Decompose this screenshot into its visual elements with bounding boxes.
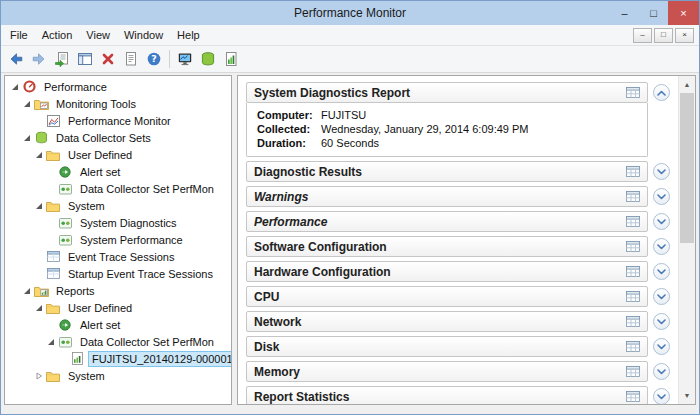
expander-icon[interactable] xyxy=(21,287,33,295)
system-monitor-icon[interactable] xyxy=(174,48,196,70)
section-menu-icon[interactable] xyxy=(626,87,640,98)
section-menu-icon[interactable] xyxy=(626,191,640,202)
section-toggle-button[interactable] xyxy=(653,388,670,404)
back-icon[interactable] xyxy=(5,48,27,70)
tree-item-label: System Performance xyxy=(76,232,187,248)
tree-item-alert-set[interactable]: Alert set xyxy=(5,316,231,333)
tree-item-data-collector-set-perfmon[interactable]: Data Collector Set PerfMon xyxy=(5,333,231,350)
section-header-row: System Diagnostics Report xyxy=(246,82,670,103)
expander-icon[interactable] xyxy=(45,338,57,346)
tree-item-startup-event-trace-sessions[interactable]: Startup Event Trace Sessions xyxy=(5,265,231,282)
section-toggle-button[interactable] xyxy=(653,84,670,101)
section-toggle-button[interactable] xyxy=(653,288,670,305)
expander-icon[interactable] xyxy=(33,151,45,159)
section-toggle-button[interactable] xyxy=(653,213,670,230)
latest-report-icon[interactable] xyxy=(220,48,242,70)
minimize-button[interactable]: – xyxy=(610,1,639,25)
scrollbar-thumb[interactable] xyxy=(680,93,694,243)
expander-icon[interactable] xyxy=(33,372,45,380)
sessions-icon xyxy=(45,250,61,264)
tree-item-performance[interactable]: Performance xyxy=(5,78,231,95)
menu-view[interactable]: View xyxy=(79,27,117,43)
section-menu-icon[interactable] xyxy=(626,216,640,227)
section-toggle-button[interactable] xyxy=(653,238,670,255)
properties-icon[interactable] xyxy=(120,48,142,70)
export-list-icon[interactable] xyxy=(51,48,73,70)
section-menu-icon[interactable] xyxy=(626,291,640,302)
section-menu-icon[interactable] xyxy=(626,241,640,252)
section-header[interactable]: Network xyxy=(246,311,648,332)
section-toggle-button[interactable] xyxy=(653,163,670,180)
tree-item-system-performance[interactable]: System Performance xyxy=(5,231,231,248)
tree-item-data-collector-set-perfmon[interactable]: Data Collector Set PerfMon xyxy=(5,180,231,197)
tree-item-monitoring-tools[interactable]: Monitoring Tools xyxy=(5,95,231,112)
tree-item-fujitsu-20140129-000001[interactable]: FUJITSU_20140129-000001 xyxy=(5,350,231,367)
section-menu-icon[interactable] xyxy=(626,316,640,327)
tree-item-system[interactable]: System xyxy=(5,367,231,384)
section-header[interactable]: Hardware Configuration xyxy=(246,261,648,282)
mdi-restore-button[interactable]: □ xyxy=(654,28,673,43)
section-header[interactable]: System Diagnostics Report xyxy=(246,82,648,103)
menu-file[interactable]: File xyxy=(3,27,35,43)
expander-icon[interactable] xyxy=(21,100,33,108)
section-header[interactable]: Software Configuration xyxy=(246,236,648,257)
section-menu-icon[interactable] xyxy=(626,266,640,277)
tree-item-reports[interactable]: Reports xyxy=(5,282,231,299)
tree-item-system-diagnostics[interactable]: System Diagnostics xyxy=(5,214,231,231)
menu-action[interactable]: Action xyxy=(35,27,80,43)
section-menu-icon[interactable] xyxy=(626,341,640,352)
section-menu-icon[interactable] xyxy=(626,166,640,177)
tree-item-event-trace-sessions[interactable]: Event Trace Sessions xyxy=(5,248,231,265)
section-header[interactable]: CPU xyxy=(246,286,648,307)
data-collector-set-icon[interactable] xyxy=(197,48,219,70)
section-menu-icon[interactable] xyxy=(626,366,640,377)
tree-item-user-defined[interactable]: User Defined xyxy=(5,146,231,163)
section-header[interactable]: Disk xyxy=(246,336,648,357)
section-title: Memory xyxy=(254,365,620,379)
field-label: Collected: xyxy=(257,122,321,136)
close-button[interactable]: × xyxy=(668,1,699,25)
scroll-up-button[interactable]: ▲ xyxy=(679,76,695,93)
section-toggle-button[interactable] xyxy=(653,313,670,330)
delete-icon[interactable] xyxy=(97,48,119,70)
section-toggle-button[interactable] xyxy=(653,263,670,280)
section-header-row: Network xyxy=(246,311,670,332)
section-header[interactable]: Report Statistics xyxy=(246,386,648,404)
main-split: PerformanceMonitoring ToolsPerformance M… xyxy=(1,73,699,405)
tree-item-system[interactable]: System xyxy=(5,197,231,214)
menu-window[interactable]: Window xyxy=(117,27,170,43)
tree-item-alert-set[interactable]: Alert set xyxy=(5,163,231,180)
tree-item-performance-monitor[interactable]: Performance Monitor xyxy=(5,112,231,129)
scroll-up-icon: ▲ xyxy=(684,81,691,88)
expander-icon[interactable] xyxy=(9,83,21,91)
section-toggle-button[interactable] xyxy=(653,338,670,355)
tree-item-user-defined[interactable]: User Defined xyxy=(5,299,231,316)
mdi-close-button[interactable]: × xyxy=(675,28,694,43)
section-title: Hardware Configuration xyxy=(254,265,620,279)
section-header[interactable]: Memory xyxy=(246,361,648,382)
alert-icon xyxy=(57,165,73,179)
menu-help[interactable]: Help xyxy=(170,27,207,43)
report-sections: System Diagnostics ReportComputer:FUJITS… xyxy=(238,76,678,404)
tree-item-label: Data Collector Sets xyxy=(52,130,155,146)
section-toggle-button[interactable] xyxy=(653,188,670,205)
show-hide-console-tree-icon[interactable] xyxy=(74,48,96,70)
maximize-button[interactable]: □ xyxy=(639,1,668,25)
tree-item-data-collector-sets[interactable]: Data Collector Sets xyxy=(5,129,231,146)
help-icon[interactable]: ? xyxy=(143,48,165,70)
section-header[interactable]: Diagnostic Results xyxy=(246,161,648,182)
expander-icon[interactable] xyxy=(33,304,45,312)
mdi-minimize-button[interactable]: – xyxy=(633,28,652,43)
expander-icon[interactable] xyxy=(33,202,45,210)
scroll-down-button[interactable]: ▼ xyxy=(679,387,695,404)
vertical-scrollbar[interactable]: ▲ ▼ xyxy=(678,76,695,404)
section-header[interactable]: Warnings xyxy=(246,186,648,207)
section-title: Performance xyxy=(254,215,620,229)
expander-icon[interactable] xyxy=(21,134,33,142)
forward-icon[interactable] xyxy=(28,48,50,70)
field-value: 60 Seconds xyxy=(321,136,379,150)
section-header[interactable]: Performance xyxy=(246,211,648,232)
section-menu-icon[interactable] xyxy=(626,391,640,402)
section-toggle-button[interactable] xyxy=(653,363,670,380)
titlebar[interactable]: Performance Monitor –□× xyxy=(1,1,699,25)
